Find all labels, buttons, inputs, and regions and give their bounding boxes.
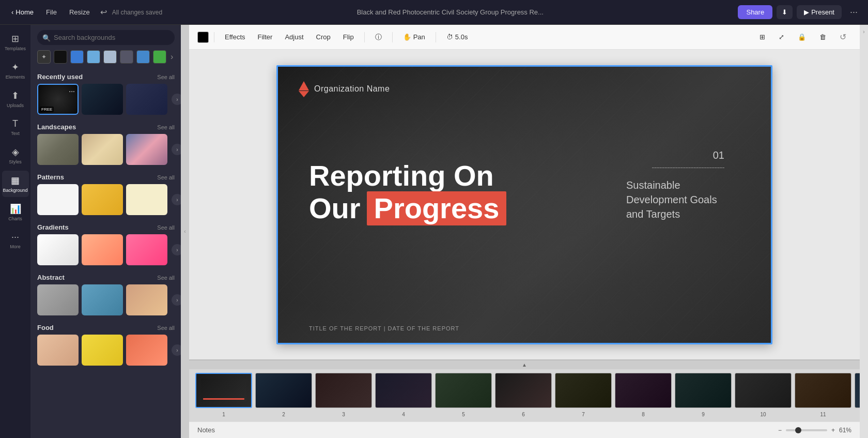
abstract-thumb-1[interactable] [37, 284, 79, 315]
slide-thumb-8[interactable] [615, 373, 672, 408]
nav-resize-button[interactable]: Resize [64, 6, 95, 18]
nav-file-button[interactable]: File [41, 6, 62, 18]
slide-thumbnails-scroll[interactable]: 1 2 3 4 5 [189, 369, 860, 421]
grid-view-button[interactable]: ⊞ [754, 29, 770, 44]
flip-button[interactable]: Flip [338, 31, 359, 43]
scroll-right-arrow[interactable]: › [172, 94, 181, 105]
abstract-thumb-3[interactable] [126, 284, 167, 315]
filter-button[interactable]: Filter [253, 31, 278, 43]
slide-thumb-10[interactable] [735, 373, 792, 408]
strip-toggle[interactable]: ▲ [189, 360, 860, 369]
color-swatch-cyan[interactable] [136, 50, 150, 64]
sidebar-item-templates[interactable]: ⊞ Templates [2, 29, 29, 55]
toolbar-separator-2 [364, 32, 365, 42]
bg-thumb-selected[interactable]: ··· FREE [37, 84, 79, 115]
sidebar-item-charts[interactable]: 📊 Charts [2, 199, 29, 225]
delete-button[interactable]: 🗑 [814, 29, 831, 44]
bg-thumb-3[interactable] [126, 84, 167, 115]
abstract-scroll-arrow[interactable]: › [172, 294, 181, 306]
lock-button[interactable]: 🔒 [793, 29, 811, 44]
pattern-thumb-3[interactable] [126, 184, 167, 215]
top-navigation: ‹ Home File Resize ↩ All changes saved B… [0, 0, 868, 25]
adjust-button[interactable]: Adjust [280, 31, 308, 43]
slide-thumb-1[interactable] [195, 373, 252, 408]
expand-button[interactable]: ⤢ [773, 29, 789, 44]
present-button[interactable]: ▶ Present [797, 5, 842, 19]
gradient-thumb-2[interactable] [82, 234, 123, 265]
bg-thumb-2[interactable] [82, 84, 123, 115]
undo-button[interactable]: ↩ [97, 5, 110, 19]
food-thumb-3[interactable] [126, 335, 167, 366]
right-toggle-arrow[interactable]: › [863, 29, 864, 35]
sidebar-item-elements[interactable]: ✦ Elements [2, 57, 29, 84]
landscape-thumb-3[interactable] [126, 134, 167, 165]
landscape-thumb-1[interactable] [37, 134, 79, 165]
color-swatch-lightblue[interactable] [87, 50, 100, 64]
zoom-in-button[interactable]: + [831, 427, 835, 434]
download-button[interactable]: ⬇ [777, 5, 793, 19]
gradient-thumb-1[interactable] [37, 234, 79, 265]
slide-number: 01 [713, 149, 724, 161]
effects-button[interactable]: Effects [220, 31, 251, 43]
pan-button[interactable]: ✋ Pan [398, 31, 430, 43]
slide-thumb-4[interactable] [375, 373, 432, 408]
toolbar: Effects Filter Adjust Crop Flip ⓘ ✋ Pan [189, 25, 860, 50]
landscapes-see-all[interactable]: See all [157, 124, 175, 130]
pattern-thumb-2[interactable] [82, 184, 123, 215]
refresh-button[interactable]: ↺ [834, 29, 851, 44]
nav-home-button[interactable]: ‹ Home [6, 6, 39, 18]
styles-icon: ◈ [12, 146, 19, 158]
food-scroll-arrow[interactable]: › [172, 344, 181, 356]
crop-button[interactable]: Crop [311, 31, 336, 43]
color-more-button[interactable]: › [171, 52, 173, 62]
gradients-scroll-arrow[interactable]: › [172, 244, 181, 255]
color-swatch-green[interactable] [153, 50, 166, 64]
sidebar-item-background[interactable]: ▦ Background [2, 171, 29, 197]
slide-thumb-9[interactable] [675, 373, 732, 408]
abstract-thumb-2[interactable] [82, 284, 123, 315]
food-thumb-1[interactable] [37, 335, 79, 366]
slide-thumb-12[interactable] [855, 373, 860, 408]
sidebar-item-more[interactable]: ··· More [2, 228, 29, 253]
slide-thumb-2[interactable] [255, 373, 312, 408]
share-button[interactable]: Share [738, 5, 772, 19]
search-input[interactable] [37, 30, 175, 45]
timer-button[interactable]: ⏱ 5.0s [441, 31, 473, 43]
slide-canvas[interactable]: Organization Name Reporting On Our Progr… [276, 65, 772, 344]
logo-triangle-bottom [299, 91, 309, 97]
slide-thumb-11[interactable] [795, 373, 851, 408]
slide-thumb-5[interactable] [435, 373, 492, 408]
info-button[interactable]: ⓘ [370, 30, 387, 44]
slide-thumb-6[interactable] [495, 373, 552, 408]
food-thumb-2[interactable] [82, 335, 123, 366]
sidebar-item-text[interactable]: T Text [2, 114, 29, 140]
gradient-thumb-3[interactable] [126, 234, 167, 265]
landscape-thumb-2[interactable] [82, 134, 123, 165]
slide-thumb-7[interactable] [555, 373, 612, 408]
abstract-see-all[interactable]: See all [157, 275, 175, 281]
more-options-button[interactable]: ··· [846, 4, 862, 21]
color-swatch-gray[interactable] [103, 50, 117, 64]
background-icon: ▦ [11, 175, 20, 186]
magic-color-button[interactable]: ✦ [37, 50, 51, 64]
food-see-all[interactable]: See all [157, 325, 175, 331]
zoom-out-button[interactable]: − [778, 427, 782, 434]
pattern-thumb-1[interactable] [37, 184, 79, 215]
sidebar-item-styles[interactable]: ◈ Styles [2, 142, 29, 169]
color-swatch-darkgray[interactable] [120, 50, 133, 64]
patterns-scroll-arrow[interactable]: › [172, 194, 181, 205]
panel-collapse-button[interactable]: ‹ [181, 25, 189, 438]
thumb-options[interactable]: ··· [69, 87, 75, 95]
patterns-see-all[interactable]: See all [157, 174, 175, 180]
color-swatch-blue[interactable] [70, 50, 84, 64]
recently-used-see-all[interactable]: See all [157, 74, 175, 80]
slide-thumb-3[interactable] [315, 373, 372, 408]
landscapes-scroll-arrow[interactable]: › [172, 144, 181, 155]
color-picker-button[interactable] [197, 32, 209, 43]
gradients-see-all[interactable]: See all [157, 224, 175, 231]
sidebar-item-uploads[interactable]: ⬆ Uploads [2, 86, 29, 112]
zoom-slider[interactable] [786, 429, 827, 431]
lock-icon: 🔒 [798, 33, 806, 41]
color-swatch-black[interactable] [54, 50, 67, 64]
notes-button[interactable]: Notes [197, 426, 215, 434]
